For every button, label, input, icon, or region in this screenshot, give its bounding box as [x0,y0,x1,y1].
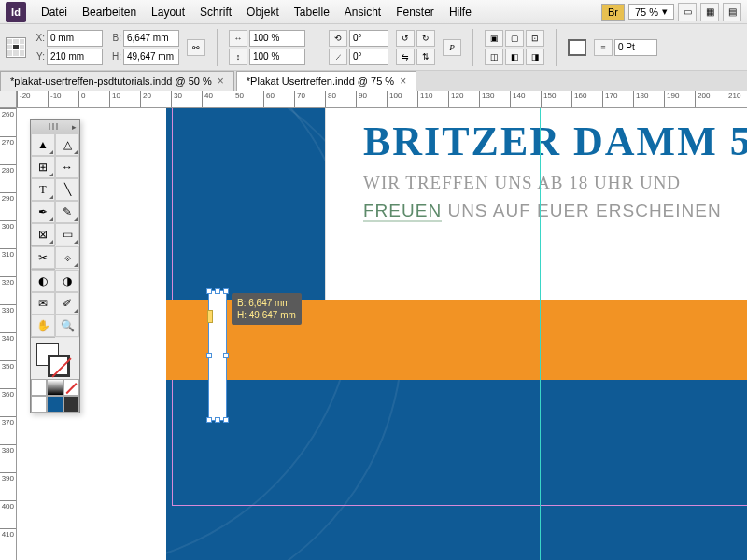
direct-selection-tool[interactable]: △ [55,133,79,156]
stroke-weight-icon: ≡ [594,39,613,56]
eyedropper-tool[interactable]: ✐ [55,292,79,315]
rectangle-frame-tool[interactable]: ⊠ [31,223,55,245]
hand-tool[interactable]: ✋ [31,315,55,337]
stroke-swatch[interactable] [48,355,70,377]
fit-prop-icon[interactable]: ◧ [505,49,524,65]
accent-word: FREUEN [363,201,442,222]
scissors-tool[interactable]: ✂ [31,246,55,269]
menu-bearbeiten[interactable]: Bearbeiten [75,6,144,19]
resize-handle[interactable] [223,353,229,358]
shear-icon: ⟋ [329,49,347,65]
auto-fit-icon[interactable]: ◨ [526,49,544,65]
apply-color[interactable] [31,379,47,396]
fill-stroke-swatches[interactable] [31,338,79,379]
resize-handle[interactable] [223,417,229,423]
view-normal[interactable] [31,396,47,413]
apply-none[interactable] [63,379,79,396]
free-transform-tool[interactable]: ⟐ [55,246,79,269]
reference-point[interactable] [6,37,26,58]
selected-object[interactable] [208,290,227,421]
p-attributes-icon[interactable]: P [443,39,461,56]
bridge-badge[interactable]: Br [601,4,625,21]
toolbox-header[interactable]: ▸ [31,120,79,133]
menu-objekt[interactable]: Objekt [239,6,287,19]
menu-datei[interactable]: Datei [34,6,75,19]
live-corner-handle[interactable] [207,310,213,323]
stroke-weight-input[interactable] [614,39,657,56]
view-preview[interactable] [47,396,63,413]
rectangle-tool[interactable]: ▭ [55,223,79,245]
height-label: H: [110,51,121,62]
resize-handle[interactable] [206,288,212,294]
note-tool[interactable]: ✉ [31,292,55,315]
flip-h-icon[interactable]: ⇋ [396,49,415,65]
menu-schrift[interactable]: Schrift [192,6,239,19]
close-icon[interactable]: × [218,75,224,88]
grip-icon [49,123,58,130]
gradient-swatch-tool[interactable]: ◐ [31,270,55,292]
scale-y-icon: ↕ [229,49,247,65]
y-label: Y: [34,51,45,62]
menubar: Id Datei Bearbeiten Layout Schrift Objek… [0,0,747,24]
zoom-level[interactable]: 75 %▾ [628,4,674,20]
view-bleed[interactable] [63,396,79,413]
menu-ansicht[interactable]: Ansicht [337,6,388,19]
x-label: X: [34,33,45,43]
arrange-icon[interactable]: ▦ [700,3,719,21]
menu-layout[interactable]: Layout [144,6,192,19]
canvas[interactable]: UNSERE LOCATION BRITZER DAMM 51 WIR TREF… [17,108,747,560]
resize-handle[interactable] [215,288,220,294]
height-input[interactable] [123,49,179,65]
rotate-cw-icon[interactable]: ↻ [416,30,435,47]
pencil-tool[interactable]: ✎ [55,201,79,223]
scale-x-input[interactable] [249,30,305,47]
ruler-origin[interactable] [0,91,17,108]
y-input[interactable] [47,49,103,65]
chevron-down-icon: ▾ [662,6,668,18]
frame-fit-icon[interactable]: ▢ [505,30,524,47]
view-options-icon[interactable]: ▤ [723,3,741,21]
menu-fenster[interactable]: Fenster [388,6,442,19]
subline-2: FREUEN UNS AUF EUER ERSCHEINEN [363,201,747,221]
width-label: B: [110,33,121,43]
scale-y-input[interactable] [249,49,305,65]
menu-tabelle[interactable]: Tabelle [287,6,337,19]
selection-tool[interactable]: ▲ [31,133,55,156]
document-tabs: *plakat-usertreffen-psdtutorials.indd @ … [0,71,747,91]
x-input[interactable] [47,30,103,47]
tooltip-width: B: 6,647 mm [237,297,296,309]
horizontal-ruler[interactable]: -20-100102030405060708090100110120130140… [17,91,747,108]
line-tool[interactable]: ╲ [55,178,79,201]
resize-handle[interactable] [223,288,229,294]
width-input[interactable] [123,30,179,47]
flip-v-icon[interactable]: ⇅ [416,49,435,65]
headline: BRITZER DAMM 51 [363,118,747,165]
apply-gradient[interactable] [47,379,63,396]
vertical-guide[interactable] [540,108,541,560]
menu-hilfe[interactable]: Hilfe [442,6,479,19]
shear-input[interactable] [349,49,388,65]
tab-0[interactable]: *plakat-usertreffen-psdtutorials.indd @ … [0,71,234,91]
center-content-icon[interactable]: ⊡ [526,30,544,47]
vertical-ruler[interactable]: 2602702802903003103203303403503603703803… [0,108,17,560]
zoom-tool[interactable]: 🔍 [55,315,79,337]
close-icon[interactable]: × [400,75,406,88]
tab-1[interactable]: *Plakat Usertreffen.indd @ 75 %× [236,71,416,91]
fill-swatch-icon[interactable] [568,39,586,56]
constrain-link-icon[interactable]: ⚯ [187,39,205,56]
screen-mode-icon[interactable]: ▭ [678,3,697,21]
resize-handle[interactable] [206,417,212,423]
dimension-tooltip: B: 6,647 mm H: 49,647 mm [232,293,302,325]
gradient-feather-tool[interactable]: ◑ [55,270,79,292]
fill-frame-icon[interactable]: ◫ [485,49,503,65]
resize-handle[interactable] [215,417,220,423]
rotate-ccw-icon[interactable]: ↺ [396,30,415,47]
rotate-input[interactable] [349,30,388,47]
collapse-icon[interactable]: ▸ [72,122,77,132]
pen-tool[interactable]: ✒ [31,201,55,223]
resize-handle[interactable] [206,353,212,358]
type-tool[interactable]: T [31,178,55,201]
gap-tool[interactable]: ↔ [55,156,79,178]
content-fit-icon[interactable]: ▣ [485,30,503,47]
page-tool[interactable]: ⊞ [31,156,55,178]
